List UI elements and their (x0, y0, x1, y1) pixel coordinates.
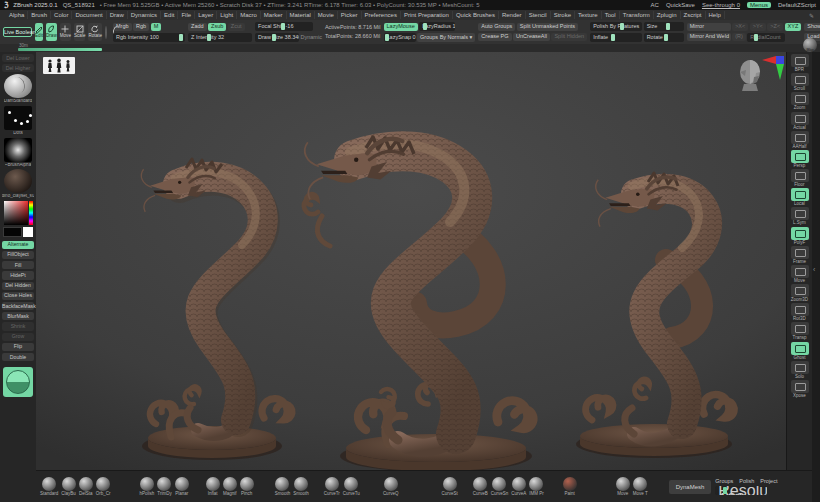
dynamesh-option[interactable]: Groups (715, 478, 733, 484)
live-boolean-button[interactable]: Live Boolean (3, 27, 32, 37)
crease-pg-button[interactable]: Crease PG (478, 33, 511, 42)
radial-symmetry-icon[interactable] (105, 26, 107, 39)
shelf-button[interactable]: PolyF (789, 227, 811, 245)
quick-brush-button[interactable]: Orb_Cr (96, 477, 111, 497)
axis-orientation-icon[interactable] (760, 54, 786, 80)
menu-item[interactable]: Alpha (6, 11, 28, 19)
menu-item[interactable]: Print Preparation (401, 11, 453, 19)
titlebar-action[interactable]: See-through 0 (702, 2, 740, 8)
shelf-button[interactable]: BlurMask (2, 312, 34, 320)
shelf-button[interactable]: Transp (789, 322, 811, 340)
quick-brush-button[interactable]: Move T (633, 477, 648, 497)
groups-by-normals-dropdown[interactable]: Groups By Normals ▾ (417, 33, 475, 42)
quick-brush-button[interactable]: Pinch (240, 477, 254, 497)
menu-item[interactable]: Help (706, 11, 725, 19)
axis-toggle[interactable]: XYZ (785, 23, 802, 32)
quick-brush-button[interactable]: CurveTu (343, 477, 360, 497)
secondary-color-swatch[interactable] (23, 227, 33, 237)
rgb-button[interactable]: Rgb (133, 23, 149, 32)
quick-brush-button[interactable]: Smooth (275, 477, 291, 497)
rotate-slider[interactable]: Rotate (644, 33, 684, 42)
draw-size-slider[interactable]: Draw Size 38.34039 (255, 33, 299, 42)
mirror-and-weld-button[interactable]: Mirror And Weld (687, 33, 731, 42)
scale-figures-icon[interactable] (43, 57, 75, 74)
shelf-button[interactable]: Zoom (789, 92, 811, 110)
size-slider[interactable]: Size (644, 22, 684, 31)
menu-item[interactable]: Quick Brushes (453, 11, 499, 19)
show-button[interactable]: Show (804, 23, 820, 32)
tray-collapse-arrow[interactable]: ‹ (813, 266, 815, 273)
menu-item[interactable]: File (178, 11, 195, 19)
dynamic-label[interactable]: Dynamic (301, 34, 322, 41)
quick-brush-button[interactable]: CurveSn (491, 477, 509, 497)
menu-item[interactable]: Texture (575, 11, 602, 19)
menu-item[interactable]: Picker (338, 11, 362, 19)
customize-icon[interactable]: ✎ (809, 12, 814, 19)
quick-brush-button[interactable]: Planar (175, 477, 189, 497)
zsub-button[interactable]: Zsub (208, 23, 226, 32)
menu-item[interactable]: Material (287, 11, 315, 19)
titlebar-action[interactable]: Menus (747, 2, 771, 8)
background-sphere-button[interactable]: Bkg (803, 38, 817, 52)
move-mode-button[interactable]: Move (60, 23, 71, 41)
current-brush[interactable]: DamStandard (4, 74, 32, 104)
menu-item[interactable]: Light (217, 11, 237, 19)
menu-item[interactable]: Dynamics (128, 11, 161, 19)
shelf-button[interactable]: Alternate (2, 241, 34, 249)
shelf-button[interactable]: Frame (789, 246, 811, 264)
lazysnap-slider[interactable]: LazySnap 0 (384, 33, 416, 42)
focal-shift-slider[interactable]: Focal Shift -16 (255, 22, 313, 31)
shelf-button[interactable]: Local (789, 188, 811, 206)
menu-item[interactable]: Preferences (362, 11, 401, 19)
mirror-button[interactable]: Mirror (687, 23, 731, 32)
quick-brush-button[interactable]: CurveTr (324, 477, 340, 497)
color-picker[interactable] (4, 201, 33, 225)
menu-item[interactable]: Edit (161, 11, 178, 19)
current-material[interactable]: dino_clayset_s0 (2, 169, 35, 199)
quick-brush-button[interactable]: Smooth (293, 477, 309, 497)
main-color-swatch[interactable] (3, 227, 22, 237)
menu-item[interactable]: Layer (195, 11, 217, 19)
shelf-button[interactable]: Fill (2, 261, 34, 269)
radialcount-slider[interactable]: RadialCount (747, 33, 785, 42)
lazymouse-button[interactable]: LazyMouse (384, 23, 418, 32)
menu-item[interactable]: Zplugin (654, 11, 681, 19)
quick-brush-button[interactable]: DelSta (79, 477, 93, 497)
shelf-button[interactable]: Scroll (789, 73, 811, 91)
shelf-button[interactable]: Flip (2, 343, 34, 351)
shelf-button[interactable]: Floor (789, 169, 811, 187)
split-unmasked-button[interactable]: Split Unmasked Points (517, 23, 578, 32)
z-intensity-slider[interactable]: Z Intensity 32 (188, 33, 252, 42)
quick-brush-button[interactable]: CurveQ (383, 477, 399, 497)
dynamesh-button[interactable]: DynaMesh (669, 480, 712, 494)
rgb-intensity-slider[interactable]: Rgb Intensity 100 (113, 33, 185, 42)
shelf-button[interactable]: AAHalf (789, 131, 811, 149)
quick-brush-button[interactable]: CurveSt (441, 477, 457, 497)
lazyradius-slider[interactable]: LazyRadius 1 (419, 22, 455, 31)
shelf-button[interactable]: Shrink (2, 322, 34, 330)
titlebar-action[interactable]: QuickSave (666, 2, 695, 8)
quick-brush-button[interactable]: Standard (40, 477, 58, 497)
radial-r-button[interactable]: (R) (732, 33, 746, 42)
shelf-button[interactable]: Del Higher (2, 64, 34, 72)
menu-item[interactable]: Color (51, 11, 72, 19)
polish-by-features-slider[interactable]: Polish By Features (590, 22, 642, 31)
quick-brush-button[interactable]: Inflat (206, 477, 220, 497)
shelf-button[interactable]: FillObject (2, 251, 34, 259)
shelf-button[interactable]: Persp (789, 150, 811, 168)
menu-item[interactable]: Document (72, 11, 106, 19)
menu-item[interactable]: Marker (261, 11, 287, 19)
shelf-button[interactable]: Grow (2, 333, 34, 341)
rotate-mode-button[interactable]: Rotate (88, 23, 102, 41)
menu-item[interactable]: Stroke (551, 11, 575, 19)
quick-brush-button[interactable]: Paint (563, 477, 577, 497)
quick-brush-button[interactable]: CurveB (473, 477, 488, 497)
current-alpha[interactable]: ~BrushAlpha (4, 138, 32, 168)
shelf-button[interactable]: Ghost (789, 342, 811, 360)
shelf-button[interactable]: Zoom3D (789, 284, 811, 302)
m-button[interactable]: M (151, 23, 162, 32)
quick-brush-button[interactable]: TrimDy (157, 477, 171, 497)
menu-item[interactable]: Stencil (526, 11, 551, 19)
uncreaseall-button[interactable]: UnCreaseAll (513, 33, 550, 42)
sculpt-canvas[interactable] (36, 52, 786, 470)
